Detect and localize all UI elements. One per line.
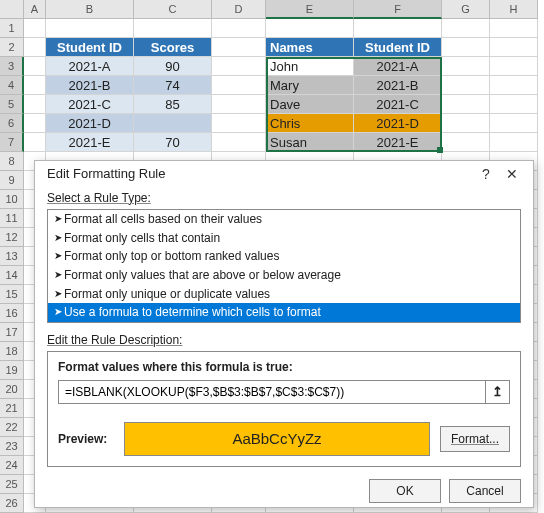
row-header-25[interactable]: 25 <box>0 475 24 494</box>
cell[interactable] <box>490 133 538 152</box>
cell[interactable] <box>24 133 46 152</box>
table2-header-name[interactable]: Names <box>266 38 354 57</box>
cell[interactable] <box>442 133 490 152</box>
close-button[interactable]: ✕ <box>499 163 525 185</box>
cell[interactable] <box>212 133 266 152</box>
col-header-D[interactable]: D <box>212 0 266 19</box>
cell[interactable] <box>212 19 266 38</box>
format-button[interactable]: Format... <box>440 426 510 452</box>
cell[interactable] <box>212 95 266 114</box>
row-header-14[interactable]: 14 <box>0 266 24 285</box>
table-cell[interactable] <box>134 114 212 133</box>
cell[interactable] <box>442 38 490 57</box>
cell[interactable] <box>354 19 442 38</box>
row-header-23[interactable]: 23 <box>0 437 24 456</box>
table1-header-score[interactable]: Scores <box>134 38 212 57</box>
rule-type-item[interactable]: ➤Format only unique or duplicate values <box>48 284 520 303</box>
rule-type-listbox[interactable]: ➤Format all cells based on their values … <box>47 209 521 323</box>
table-cell[interactable]: 85 <box>134 95 212 114</box>
row-header-16[interactable]: 16 <box>0 304 24 323</box>
table-cell[interactable]: 2021-D <box>46 114 134 133</box>
rule-type-item[interactable]: ➤Format all cells based on their values <box>48 210 520 229</box>
cell[interactable] <box>24 38 46 57</box>
table-cell[interactable]: 2021-C <box>354 95 442 114</box>
cancel-button[interactable]: Cancel <box>449 479 521 503</box>
cell[interactable] <box>212 38 266 57</box>
cell[interactable] <box>490 114 538 133</box>
cell[interactable] <box>442 76 490 95</box>
row-header-22[interactable]: 22 <box>0 418 24 437</box>
cell[interactable] <box>442 95 490 114</box>
cell[interactable] <box>442 57 490 76</box>
col-header-B[interactable]: B <box>46 0 134 19</box>
table-cell[interactable]: Susan <box>266 133 354 152</box>
row-header-1[interactable]: 1 <box>0 19 24 38</box>
col-header-G[interactable]: G <box>442 0 490 19</box>
cell[interactable] <box>24 19 46 38</box>
col-header-H[interactable]: H <box>490 0 538 19</box>
ok-button[interactable]: OK <box>369 479 441 503</box>
row-header-26[interactable]: 26 <box>0 494 24 513</box>
row-header-7[interactable]: 7 <box>0 133 24 152</box>
table-cell[interactable]: Chris <box>266 114 354 133</box>
rule-type-item[interactable]: ➤Format only cells that contain <box>48 228 520 247</box>
cell[interactable] <box>24 95 46 114</box>
row-header-18[interactable]: 18 <box>0 342 24 361</box>
table-cell[interactable]: 2021-E <box>354 133 442 152</box>
table-cell[interactable]: 90 <box>134 57 212 76</box>
row-header-10[interactable]: 10 <box>0 190 24 209</box>
cell[interactable] <box>490 95 538 114</box>
cell[interactable] <box>490 38 538 57</box>
table1-header-id[interactable]: Student ID <box>46 38 134 57</box>
col-header-A[interactable]: A <box>24 0 46 19</box>
cell[interactable] <box>46 19 134 38</box>
table-cell[interactable]: 74 <box>134 76 212 95</box>
row-header-3[interactable]: 3 <box>0 57 24 76</box>
table-cell[interactable]: 70 <box>134 133 212 152</box>
row-header-11[interactable]: 11 <box>0 209 24 228</box>
table-cell[interactable]: Dave <box>266 95 354 114</box>
cell[interactable] <box>442 114 490 133</box>
row-header-6[interactable]: 6 <box>0 114 24 133</box>
cell[interactable] <box>24 114 46 133</box>
table-cell[interactable]: 2021-D <box>354 114 442 133</box>
row-header-20[interactable]: 20 <box>0 380 24 399</box>
table-cell[interactable]: 2021-E <box>46 133 134 152</box>
table-cell[interactable]: 2021-B <box>46 76 134 95</box>
cell[interactable] <box>442 19 490 38</box>
cell[interactable] <box>24 57 46 76</box>
cell[interactable] <box>490 19 538 38</box>
table-cell[interactable]: 2021-A <box>46 57 134 76</box>
rule-type-item-selected[interactable]: ➤Use a formula to determine which cells … <box>48 303 520 322</box>
cell[interactable] <box>212 114 266 133</box>
formula-input[interactable] <box>59 381 485 403</box>
cell[interactable] <box>212 57 266 76</box>
col-header-F[interactable]: F <box>354 0 442 19</box>
row-header-13[interactable]: 13 <box>0 247 24 266</box>
rule-type-item[interactable]: ➤Format only top or bottom ranked values <box>48 247 520 266</box>
row-header-2[interactable]: 2 <box>0 38 24 57</box>
row-header-15[interactable]: 15 <box>0 285 24 304</box>
row-header-8[interactable]: 8 <box>0 152 24 171</box>
dialog-titlebar[interactable]: Edit Formatting Rule ? ✕ <box>35 161 533 187</box>
cell[interactable] <box>490 76 538 95</box>
row-header-4[interactable]: 4 <box>0 76 24 95</box>
table-cell[interactable]: 2021-B <box>354 76 442 95</box>
table-cell[interactable]: 2021-A <box>354 57 442 76</box>
col-header-E[interactable]: E <box>266 0 354 19</box>
row-header-24[interactable]: 24 <box>0 456 24 475</box>
rule-type-item[interactable]: ➤Format only values that are above or be… <box>48 266 520 285</box>
col-header-C[interactable]: C <box>134 0 212 19</box>
row-header-12[interactable]: 12 <box>0 228 24 247</box>
cell[interactable] <box>490 57 538 76</box>
table-cell[interactable]: Mary <box>266 76 354 95</box>
row-header-21[interactable]: 21 <box>0 399 24 418</box>
row-header-19[interactable]: 19 <box>0 361 24 380</box>
row-header-5[interactable]: 5 <box>0 95 24 114</box>
table2-header-id[interactable]: Student ID <box>354 38 442 57</box>
table-cell[interactable]: John <box>266 57 354 76</box>
cell[interactable] <box>24 76 46 95</box>
table-cell[interactable]: 2021-C <box>46 95 134 114</box>
row-header-9[interactable]: 9 <box>0 171 24 190</box>
help-button[interactable]: ? <box>473 163 499 185</box>
